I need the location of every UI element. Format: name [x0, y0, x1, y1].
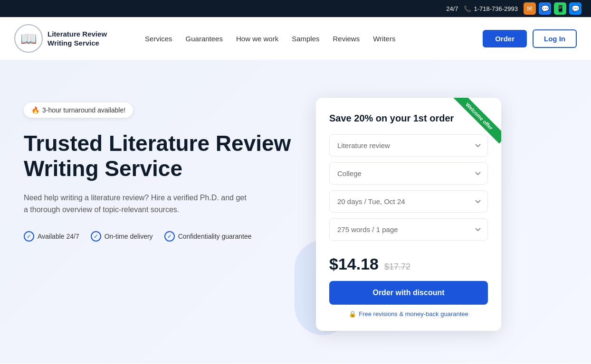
guarantee-label: Free revisions & money-back guarantee [359, 310, 468, 317]
guarantee-text: 🔒 Free revisions & money-back guarantee [329, 310, 488, 317]
feature-label-2: On-time delivery [105, 233, 153, 240]
order-discount-button[interactable]: Order with discount [329, 281, 488, 305]
check-icon-3: ✓ [164, 231, 175, 242]
logo-icon: 📖 [14, 24, 43, 53]
logo-text: Literature Review Writing Service [48, 29, 107, 48]
topbar-availability: 24/7 [446, 5, 458, 12]
nav-writers[interactable]: Writers [373, 35, 395, 43]
topbar-social-icons: ✉ 💬 📱 💬 [524, 2, 581, 15]
email-icon[interactable]: ✉ [524, 2, 536, 15]
lock-icon: 🔒 [349, 310, 356, 317]
login-button[interactable]: Log In [533, 29, 577, 48]
order-card: Welcome offer Save 20% on your 1st order… [316, 98, 501, 331]
turnaround-badge: 🔥 3-hour turnaround available! [24, 103, 133, 118]
feature-label-1: Available 24/7 [38, 233, 79, 240]
ribbon-text: Welcome offer [452, 98, 501, 143]
whatsapp-icon[interactable]: 📱 [554, 2, 566, 15]
hero-description: Need help writing a literature review? H… [24, 192, 252, 216]
topbar: 24/7 📞 1-718-736-2993 ✉ 💬 📱 💬 [0, 0, 591, 17]
hero-left: 🔥 3-hour turnaround available! Trusted L… [24, 88, 309, 345]
badge-text: 3-hour turnaround available! [42, 106, 125, 114]
main-nav: Services Guarantees How we work Samples … [145, 35, 483, 43]
messenger-icon[interactable]: 💬 [539, 2, 551, 15]
logo[interactable]: 📖 Literature Review Writing Service [14, 24, 107, 53]
price-current: $14.18 [329, 255, 379, 273]
header-actions: Order Log In [483, 29, 577, 48]
nav-reviews[interactable]: Reviews [333, 35, 360, 43]
hero-title: Trusted Literature Review Writing Servic… [24, 131, 309, 181]
nav-samples[interactable]: Samples [292, 35, 319, 43]
order-button[interactable]: Order [483, 30, 527, 47]
feature-available: ✓ Available 24/7 [24, 231, 79, 242]
price-original: $17.72 [384, 262, 410, 272]
chat-icon[interactable]: 💬 [569, 2, 581, 15]
words-select[interactable]: 275 words / 1 page 550 words / 2 pages 8… [329, 218, 488, 241]
phone-number: 1-718-736-2993 [474, 5, 518, 12]
feature-confidentiality: ✓ Confidentiality guarantee [164, 231, 252, 242]
badge-icon: 🔥 [31, 106, 39, 114]
phone-icon: 📞 [464, 5, 471, 12]
hero-right: Welcome offer Save 20% on your 1st order… [309, 88, 508, 345]
price-row: $14.18 $17.72 [329, 255, 488, 273]
level-select[interactable]: College University Master's PhD [329, 162, 488, 185]
check-icon-2: ✓ [91, 231, 101, 242]
feature-list: ✓ Available 24/7 ✓ On-time delivery ✓ Co… [24, 231, 309, 242]
nav-services[interactable]: Services [145, 35, 172, 43]
nav-guarantees[interactable]: Guarantees [186, 35, 223, 43]
check-icon-1: ✓ [24, 231, 34, 242]
header: 📖 Literature Review Writing Service Serv… [0, 17, 591, 60]
nav-how-we-work[interactable]: How we work [236, 35, 278, 43]
deadline-select[interactable]: 20 days / Tue, Oct 24 14 days 7 days 3 d… [329, 190, 488, 213]
topbar-phone[interactable]: 📞 1-718-736-2993 [464, 5, 518, 12]
feature-delivery: ✓ On-time delivery [91, 231, 153, 242]
welcome-ribbon: Welcome offer [449, 98, 501, 150]
hero-section: 🔥 3-hour turnaround available! Trusted L… [0, 60, 591, 364]
feature-label-3: Confidentiality guarantee [178, 233, 252, 240]
